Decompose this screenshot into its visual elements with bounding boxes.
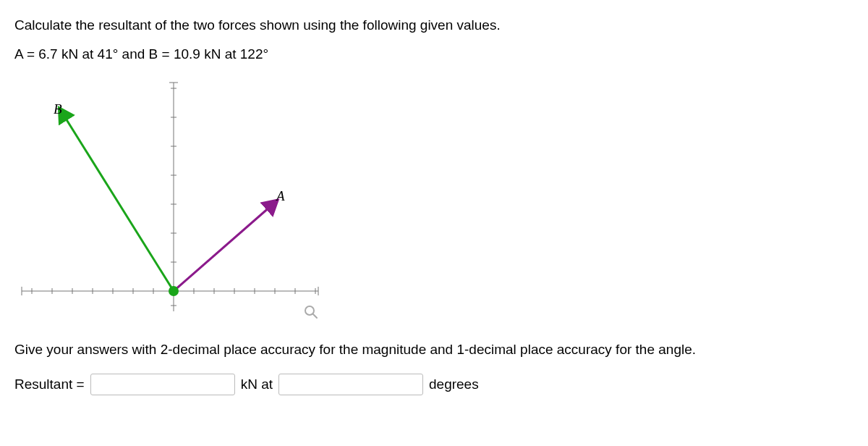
zoom-icon[interactable] bbox=[304, 305, 318, 323]
svg-line-31 bbox=[313, 314, 317, 318]
vector-diagram: B A bbox=[14, 74, 326, 334]
vector-b-label: B bbox=[54, 101, 62, 117]
units-kn-at: kN at bbox=[241, 376, 273, 392]
angle-input[interactable] bbox=[278, 374, 423, 395]
answer-row: Resultant = kN at degrees bbox=[14, 374, 854, 395]
svg-line-28 bbox=[60, 109, 174, 291]
vector-a-label: A bbox=[276, 188, 285, 204]
units-degrees: degrees bbox=[429, 376, 479, 392]
resultant-label: Resultant = bbox=[14, 376, 85, 392]
svg-line-27 bbox=[174, 201, 276, 291]
given-values: A = 6.7 kN at 41° and B = 10.9 kN at 122… bbox=[14, 46, 854, 62]
magnitude-input[interactable] bbox=[90, 374, 235, 395]
problem-statement: Calculate the resultant of the two force… bbox=[14, 17, 854, 33]
accuracy-instruction: Give your answers with 2-decimal place a… bbox=[14, 342, 854, 358]
svg-point-30 bbox=[305, 306, 314, 315]
svg-point-29 bbox=[169, 286, 179, 296]
